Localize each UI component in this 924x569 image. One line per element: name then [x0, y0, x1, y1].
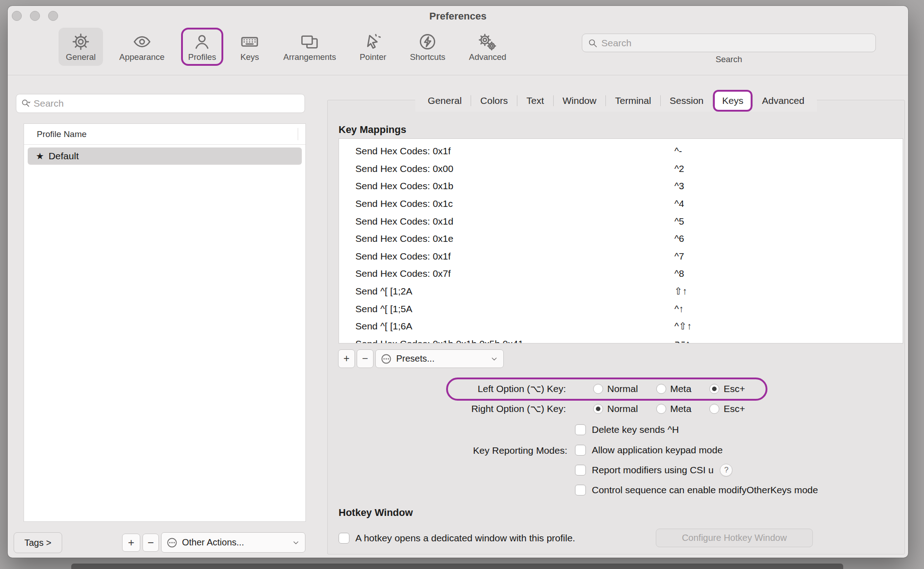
checkbox[interactable]	[575, 485, 586, 495]
tab-window[interactable]: Window	[554, 90, 606, 112]
add-mapping-button[interactable]: +	[338, 349, 355, 368]
radio-circle	[709, 404, 719, 414]
radio-option-normal[interactable]: Normal	[593, 403, 638, 414]
mapping-key: ^7	[674, 251, 684, 262]
mapping-key: ^3	[674, 181, 684, 191]
checkbox-label: Control sequence can enable modifyOtherK…	[592, 485, 818, 495]
toolbar-item-general[interactable]: General	[59, 28, 103, 66]
key-mapping-row[interactable]: Send Hex Codes: 0x1e^6	[339, 230, 903, 248]
help-button[interactable]: ?	[720, 464, 732, 476]
remove-mapping-button[interactable]: −	[357, 349, 374, 368]
chevron-down-icon	[291, 538, 300, 547]
key-reporting-rows: Allow application keypad modeReport modi…	[575, 444, 818, 504]
radio-option-esc[interactable]: Esc+	[709, 403, 745, 414]
toolbar-item-appearance[interactable]: Appearance	[112, 28, 172, 66]
left-option-key-row: Left Option (⌥) Key:NormalMetaEsc+	[454, 379, 745, 399]
key-mapping-row[interactable]: Send Hex Codes: 0x1f^7	[339, 248, 903, 265]
key-mapping-row[interactable]: Send Hex Codes: 0x1f^-	[339, 142, 903, 160]
mapping-action: Send Hex Codes: 0x1e	[339, 233, 453, 244]
profile-name: Default	[49, 151, 79, 162]
option-row-label: Left Option (⌥) Key:	[454, 383, 566, 394]
tab-terminal[interactable]: Terminal	[606, 90, 660, 112]
key-reporting-modes-label: Key Reporting Modes:	[407, 445, 567, 456]
key-mappings-list[interactable]: Send Hex Codes: 0x1f^-Send Hex Codes: 0x…	[339, 138, 903, 343]
mapping-key: ^↑	[674, 304, 683, 314]
toolbar-search-input[interactable]	[601, 38, 870, 49]
mapping-action: Send Hex Codes: 0x00	[339, 163, 453, 174]
key-mapping-row[interactable]: Send Hex Codes: 0x1d^5	[339, 212, 903, 230]
tab-session[interactable]: Session	[661, 90, 713, 112]
hotkey-checkbox-row: A hotkey opens a dedicated window with t…	[339, 532, 575, 544]
mapping-action: Send Hex Codes: 0x1b	[339, 181, 453, 191]
hotkey-window-title: Hotkey Window	[339, 507, 413, 519]
mapping-key: ⌥↑	[674, 338, 690, 343]
radio-option-meta[interactable]: Meta	[656, 383, 692, 394]
radio-option-normal[interactable]: Normal	[593, 383, 638, 394]
toolbar-search-field[interactable]	[582, 34, 876, 52]
zoom-button[interactable]	[48, 11, 58, 21]
key-mapping-row[interactable]: Send ^[ [1;6A^⇧↑	[339, 318, 903, 335]
key-mapping-row[interactable]: Send Hex Codes: 0x1c^4	[339, 195, 903, 213]
tab-colors[interactable]: Colors	[471, 90, 517, 112]
key-mapping-row[interactable]: Send ^[ [1;2A⇧↑	[339, 283, 903, 300]
radio-option-meta[interactable]: Meta	[656, 403, 692, 414]
mapping-action: Send Hex Codes: 0x7f	[339, 268, 451, 279]
toolbar-item-profiles[interactable]: Profiles	[181, 28, 224, 66]
profile-list: Profile Name ★Default	[24, 123, 306, 522]
toolbar-item-label: Profiles	[188, 52, 216, 62]
toolbar-item-advanced[interactable]: Advanced	[462, 28, 513, 66]
other-actions-dropdown[interactable]: Other Actions...	[161, 532, 305, 553]
tab-general[interactable]: General	[419, 90, 471, 112]
profile-list-header: Profile Name	[24, 124, 305, 145]
key-mapping-row[interactable]: Send Hex Codes: 0x7f^8	[339, 265, 903, 283]
checkbox-label: A hotkey opens a dedicated window with t…	[355, 533, 575, 544]
checkbox[interactable]	[339, 533, 349, 544]
checkbox[interactable]	[575, 465, 586, 476]
checkbox[interactable]	[575, 424, 586, 435]
tags-button[interactable]: Tags >	[14, 532, 62, 553]
tab-advanced[interactable]: Advanced	[753, 90, 813, 112]
toolbar-item-pointer[interactable]: Pointer	[353, 28, 394, 66]
key-mapping-row[interactable]: Send Hex Codes: 0x00^2	[339, 160, 903, 178]
delete-key-row: Delete key sends ^H	[575, 424, 679, 436]
key-mapping-row[interactable]: Send Hex Codes: 0x1b^3	[339, 177, 903, 195]
remove-profile-button[interactable]: −	[143, 534, 159, 552]
radio-circle	[656, 404, 666, 414]
key-mapping-row[interactable]: Send ^[ [1;5A^↑	[339, 300, 903, 318]
key-mapping-row[interactable]: Send Hex Codes: 0x1b 0x1b 0x5b 0x41⌥↑	[339, 335, 903, 343]
star-icon: ★	[36, 151, 44, 162]
add-profile-button[interactable]: +	[122, 534, 140, 552]
close-button[interactable]	[12, 11, 22, 21]
keyboard-icon	[240, 33, 260, 51]
option-row-label: Right Option (⌥) Key:	[454, 403, 566, 414]
minimize-button[interactable]	[30, 11, 40, 21]
radio-circle	[656, 384, 666, 394]
other-actions-label: Other Actions...	[182, 537, 244, 548]
toolbar-item-arrangements[interactable]: Arrangements	[276, 28, 343, 66]
column-divider	[298, 128, 298, 140]
tab-text[interactable]: Text	[517, 90, 553, 112]
configure-hotkey-window-button[interactable]: Configure Hotkey Window	[656, 529, 813, 547]
search-icon	[21, 98, 31, 108]
mapping-action: Send ^[ [1;6A	[339, 321, 412, 332]
profile-row-default[interactable]: ★Default	[28, 147, 302, 165]
checkbox-label: Delete key sends ^H	[592, 424, 679, 435]
checkbox-row: Allow application keypad mode	[575, 444, 818, 456]
mapping-key: ⇧↑	[674, 286, 687, 297]
mapping-key: ^4	[674, 198, 684, 209]
right-option-key-row: Right Option (⌥) Key:NormalMetaEsc+	[454, 399, 745, 419]
toolbar-item-shortcuts[interactable]: Shortcuts	[403, 28, 452, 66]
checkbox[interactable]	[575, 445, 586, 456]
window-title: Preferences	[8, 6, 908, 27]
bolt-icon	[418, 33, 437, 51]
tab-keys[interactable]: Keys	[713, 90, 752, 112]
profile-search-input[interactable]	[34, 98, 300, 109]
mapping-action: Send Hex Codes: 0x1c	[339, 198, 453, 209]
presets-dropdown[interactable]: Presets...	[375, 349, 504, 368]
toolbar-item-keys[interactable]: Keys	[232, 28, 267, 66]
profile-search-field[interactable]	[16, 94, 305, 113]
tab-group: GeneralColorsTextWindowTerminalSessionKe…	[415, 90, 817, 112]
person-icon	[192, 33, 212, 51]
radio-option-esc[interactable]: Esc+	[709, 383, 745, 394]
radio-circle	[593, 384, 603, 394]
